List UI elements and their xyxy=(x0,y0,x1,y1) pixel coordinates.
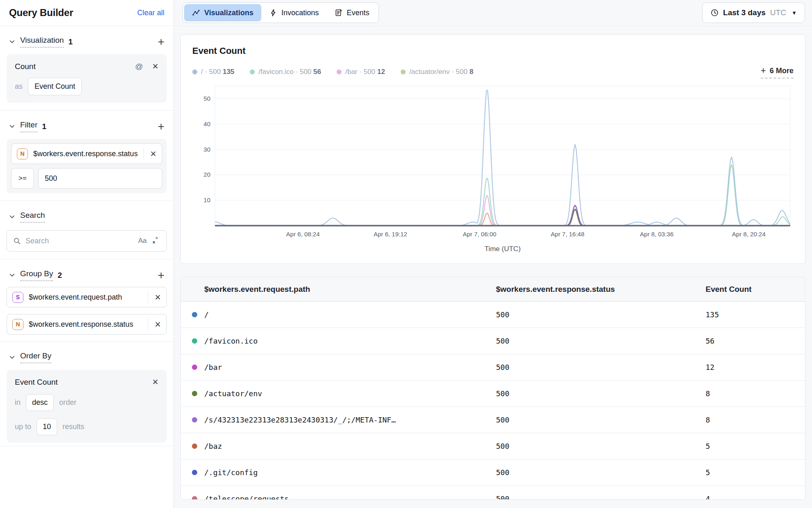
results-table: $workers.event.request.path $workers.eve… xyxy=(180,277,805,500)
legend-label: /favicon.ico · 500 56 xyxy=(258,68,321,76)
close-icon[interactable]: ✕ xyxy=(152,62,159,71)
as-label: as xyxy=(15,82,23,91)
cell-request-path: /baz xyxy=(204,442,496,450)
svg-text:Time (UTC): Time (UTC) xyxy=(484,245,521,253)
svg-text:30: 30 xyxy=(203,146,210,153)
main-area: Visualizations Invocations Events Last 3… xyxy=(174,0,812,508)
cell-event-count: 12 xyxy=(706,363,805,372)
group-by-section-label[interactable]: Group By xyxy=(20,269,53,281)
tab-label: Invocations xyxy=(281,9,319,17)
series-color-dot xyxy=(337,69,341,74)
sidebar-header: Query Builder Clear all xyxy=(0,0,173,26)
at-sign-icon[interactable]: @ xyxy=(135,62,143,71)
time-range-label: Last 3 days xyxy=(723,8,766,17)
limit-input[interactable]: 10 xyxy=(37,418,57,435)
cell-event-count: 8 xyxy=(706,389,805,398)
divider xyxy=(148,319,148,330)
cell-request-path: /favicon.ico xyxy=(204,337,496,345)
table-row: /favicon.ico50056 xyxy=(181,328,805,354)
svg-text:Apr 6, 19:12: Apr 6, 19:12 xyxy=(374,231,407,238)
remove-group-by-icon[interactable]: ✕ xyxy=(155,293,161,302)
clock-icon xyxy=(710,9,719,17)
timezone-label: UTC xyxy=(770,8,786,17)
chart-title: Event Count xyxy=(192,46,794,56)
legend-item[interactable]: /actuator/env · 500 8 xyxy=(401,68,473,76)
add-group-by-button[interactable]: + xyxy=(158,271,164,279)
add-filter-button[interactable]: + xyxy=(158,122,164,131)
column-header-status[interactable]: $workers.event.response.status xyxy=(496,285,706,294)
table-row: /.git/config5005 xyxy=(181,460,805,486)
cell-response-status: 500 xyxy=(496,363,706,372)
regex-icon[interactable]: * xyxy=(151,236,160,245)
divider xyxy=(143,148,144,159)
filter-field-row[interactable]: N $workers.event.response.status ✕ xyxy=(11,143,162,164)
group-by-field-name: $workers.event.request.path xyxy=(29,293,143,302)
visualization-section-label[interactable]: Visualization xyxy=(20,36,64,48)
search-section-label[interactable]: Search xyxy=(20,211,45,223)
add-visualization-button[interactable]: + xyxy=(158,38,164,46)
column-header-count[interactable]: Event Count xyxy=(706,285,805,294)
cell-event-count: 5 xyxy=(706,442,805,450)
results-label: results xyxy=(62,423,84,431)
remove-filter-icon[interactable]: ✕ xyxy=(150,149,157,159)
cell-event-count: 4 xyxy=(706,494,805,500)
filter-value-input[interactable] xyxy=(38,168,162,189)
legend-item[interactable]: / · 500 135 xyxy=(192,68,234,76)
time-range-button[interactable]: Last 3 days UTC ▼ xyxy=(702,2,805,23)
number-type-badge: N xyxy=(12,319,23,330)
order-by-section-label[interactable]: Order By xyxy=(20,351,51,363)
event-count-chart: 1020304050Apr 6, 08:24Apr 6, 19:12Apr 7,… xyxy=(192,83,794,261)
column-header-path[interactable]: $workers.event.request.path xyxy=(204,285,496,294)
series-color-dot xyxy=(192,496,197,500)
svg-text:Apr 8, 20:24: Apr 8, 20:24 xyxy=(732,231,766,238)
legend-label: /actuator/env · 500 8 xyxy=(409,68,473,76)
search-box: Aa * xyxy=(7,230,167,252)
tab-label: Events xyxy=(347,9,369,17)
filter-card: N $workers.event.response.status ✕ >= xyxy=(7,139,167,193)
cell-event-count: 8 xyxy=(706,416,805,424)
cell-response-status: 500 xyxy=(496,310,706,319)
remove-group-by-icon[interactable]: ✕ xyxy=(155,320,161,329)
tab-invocations[interactable]: Invocations xyxy=(261,4,327,21)
legend-more-button[interactable]: + 6 More xyxy=(761,65,794,79)
cell-request-path: /.git/config xyxy=(204,468,496,477)
group-by-field-row[interactable]: N $workers.event.response.status ✕ xyxy=(7,314,167,335)
order-by-field: Event Count xyxy=(15,378,58,387)
match-case-icon[interactable]: Aa xyxy=(138,237,147,245)
chart-card: Event Count / · 500 135/favicon.ico · 50… xyxy=(180,34,805,264)
cell-request-path: /telescope/requests xyxy=(204,494,496,500)
group-by-count: 2 xyxy=(58,271,62,280)
svg-text:Apr 7, 06:00: Apr 7, 06:00 xyxy=(463,231,496,238)
clear-all-button[interactable]: Clear all xyxy=(137,9,164,17)
search-icon xyxy=(13,237,21,245)
legend-item[interactable]: /bar · 500 12 xyxy=(337,68,385,76)
remove-order-by-icon[interactable]: ✕ xyxy=(152,377,159,387)
visualization-section-header: Visualization 1 + xyxy=(6,26,168,53)
alias-button[interactable]: Event Count xyxy=(28,78,82,95)
group-by-field-row[interactable]: S $workers.event.request.path ✕ xyxy=(7,287,167,307)
filter-section-label[interactable]: Filter xyxy=(20,120,37,132)
chevron-down-icon[interactable] xyxy=(9,123,15,129)
aggregation-name: Count xyxy=(15,62,36,71)
search-input[interactable] xyxy=(25,237,134,245)
chevron-down-icon[interactable] xyxy=(9,39,15,45)
chart-legend: / · 500 135/favicon.ico · 500 56/bar · 5… xyxy=(192,65,794,79)
series-color-dot xyxy=(192,470,197,475)
tab-visualizations[interactable]: Visualizations xyxy=(184,4,261,21)
table-row: /actuator/env5008 xyxy=(181,381,805,407)
tab-events[interactable]: Events xyxy=(327,4,377,21)
operator-select[interactable]: >= xyxy=(11,168,34,189)
topbar: Visualizations Invocations Events Last 3… xyxy=(174,0,812,26)
svg-text:10: 10 xyxy=(203,196,210,203)
order-by-card: Event Count ✕ in desc order up to 10 res… xyxy=(7,370,167,443)
legend-item[interactable]: /favicon.ico · 500 56 xyxy=(250,68,321,76)
chevron-down-icon[interactable] xyxy=(9,272,15,278)
line-chart-icon xyxy=(192,9,200,17)
chevron-down-icon[interactable] xyxy=(9,354,15,360)
svg-text:*: * xyxy=(155,236,158,243)
legend-label: /bar · 500 12 xyxy=(345,68,385,76)
direction-select[interactable]: desc xyxy=(26,394,54,411)
table-body: /500135/favicon.ico50056/bar50012/actuat… xyxy=(181,302,805,500)
content-area: Event Count / · 500 135/favicon.ico · 50… xyxy=(174,26,812,508)
chevron-down-icon[interactable] xyxy=(9,214,15,220)
